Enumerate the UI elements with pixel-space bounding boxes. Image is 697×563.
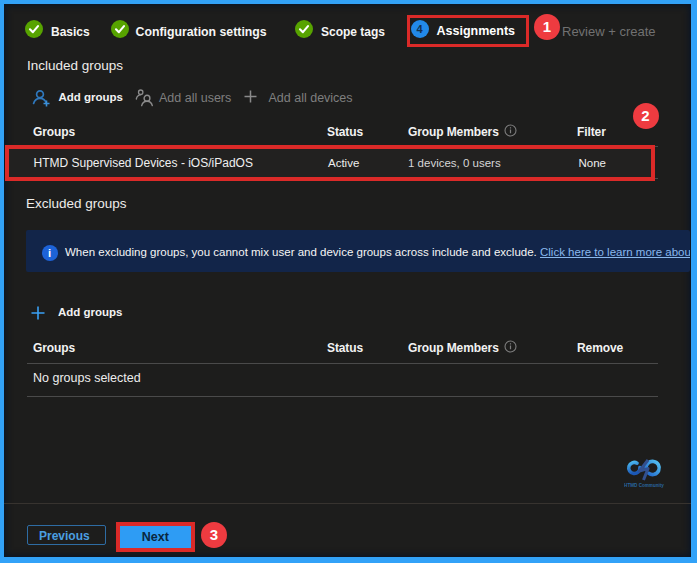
svg-text:HTMD Community: HTMD Community bbox=[624, 483, 664, 488]
